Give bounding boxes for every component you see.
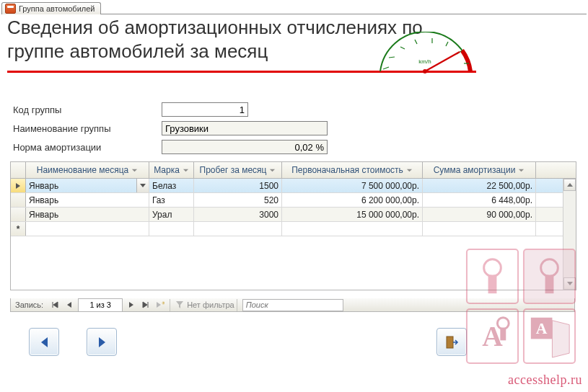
svg-text:A: A (482, 321, 503, 352)
svg-text:✳: ✳ (162, 301, 164, 306)
cell-month[interactable]: Январь (26, 208, 149, 221)
cell-brand[interactable]: Газ (149, 193, 194, 207)
label-group-name: Наименование группы (13, 123, 150, 134)
table-row[interactable]: Январь Газ 520 6 200 000,00р. 6 448,00р. (11, 193, 576, 208)
vertical-scrollbar[interactable] (563, 179, 576, 290)
separator (170, 299, 170, 311)
tab-label: Группа автомобилей (19, 4, 95, 13)
dropdown-icon (183, 167, 189, 174)
door-exit-icon (444, 335, 459, 349)
chevron-down-icon (140, 184, 146, 187)
svg-point-21 (497, 318, 509, 329)
title-underline (7, 71, 476, 73)
field-row-group-name: Наименование группы (13, 121, 328, 135)
cell-month[interactable] (26, 222, 149, 236)
cell-month[interactable]: Январь (26, 179, 149, 192)
svg-line-0 (383, 67, 389, 69)
col-header-mileage[interactable]: Пробег за месяц (194, 162, 282, 178)
form-next-button[interactable] (87, 328, 117, 356)
filter-icon (175, 300, 184, 309)
cell-empty (536, 222, 559, 236)
cell-brand[interactable] (149, 222, 194, 236)
label-amort-rate: Норма амортизации (13, 142, 150, 153)
dropdown-icon (269, 167, 276, 174)
col-header-cost[interactable]: Первоначальная стоимость (282, 162, 423, 178)
page-title-block: Сведения об амортизационных отчислениях … (7, 16, 476, 63)
recnav-search-input[interactable] (242, 299, 343, 311)
cell-cost[interactable]: 15 000 000,00р. (282, 208, 423, 221)
chevron-up-icon (567, 183, 573, 187)
separator (237, 299, 237, 311)
scroll-down-button[interactable] (563, 277, 576, 290)
svg-rect-23 (524, 309, 575, 363)
svg-rect-22 (500, 328, 506, 341)
current-record-icon (15, 182, 21, 190)
recnav-label: Запись: (11, 300, 48, 309)
page-title: Сведения об амортизационных отчислениях … (7, 16, 476, 63)
cell-mileage[interactable]: 520 (194, 193, 282, 207)
svg-rect-24 (531, 318, 553, 339)
dropdown-icon (131, 167, 138, 174)
recnav-filter-label[interactable]: Нет фильтра (187, 300, 234, 309)
cell-mileage[interactable]: 1500 (194, 179, 282, 192)
cell-cost[interactable] (282, 222, 423, 236)
recnav-prev-button[interactable] (62, 298, 76, 312)
col-header-month[interactable]: Наименование месяца (26, 162, 149, 178)
cell-empty (536, 193, 559, 207)
row-selector[interactable] (11, 193, 26, 207)
input-amort-rate[interactable] (162, 140, 328, 154)
col-header-amort[interactable]: Сумма амортизации (423, 162, 536, 178)
field-row-amort-rate: Норма амортизации (13, 140, 328, 154)
input-group-code[interactable] (162, 102, 248, 117)
record-navigator: Запись: ✳ Нет фильтра (10, 298, 575, 312)
svg-rect-19 (467, 309, 518, 363)
form-close-button[interactable] (436, 328, 467, 356)
table-row[interactable]: Январь Белаз 1500 7 500 000,00р. 22 500,… (11, 179, 576, 193)
row-selector[interactable] (11, 208, 26, 221)
table-row-new[interactable] (11, 222, 576, 236)
label-group-code: Код группы (13, 104, 150, 115)
cell-cost[interactable]: 6 200 000,00р. (282, 193, 423, 207)
recnav-position-input[interactable] (78, 298, 123, 312)
col-header-brand[interactable]: Марка (149, 162, 194, 178)
cell-amort[interactable]: 22 500,00р. (423, 179, 536, 192)
watermark-text: accesshelp.ru (508, 373, 582, 388)
cell-mileage[interactable] (194, 222, 282, 236)
input-group-name[interactable] (162, 121, 328, 135)
datasheet: Наименование месяца Марка Пробег за меся… (10, 161, 576, 290)
cell-month[interactable]: Январь (26, 193, 149, 207)
recnav-last-button[interactable] (139, 298, 153, 312)
table-row[interactable]: Январь Урал 3000 15 000 000,00р. 90 000,… (11, 208, 576, 222)
cell-amort[interactable]: 6 448,00р. (423, 193, 536, 207)
form-icon (5, 4, 16, 14)
col-header-add[interactable] (536, 162, 559, 178)
cell-empty (536, 179, 559, 192)
scroll-up-button[interactable] (563, 179, 576, 191)
datasheet-body: Январь Белаз 1500 7 500 000,00р. 22 500,… (11, 179, 576, 290)
recnav-next-button[interactable] (124, 298, 139, 312)
cell-amort[interactable] (423, 222, 536, 236)
row-selector[interactable] (11, 179, 26, 192)
row-selector-new[interactable] (11, 222, 26, 236)
chevron-down-icon (567, 282, 573, 285)
form-prev-button[interactable] (29, 328, 59, 356)
select-all-cell[interactable] (11, 162, 26, 178)
field-row-group-code: Код группы (13, 102, 248, 117)
cell-mileage[interactable]: 3000 (194, 208, 282, 221)
cell-empty (536, 208, 559, 221)
svg-rect-12 (447, 337, 453, 348)
triangle-left-icon (41, 337, 48, 347)
tab-group-cars[interactable]: Группа автомобилей (1, 2, 101, 14)
recnav-new-button[interactable]: ✳ (153, 298, 167, 312)
dropdown-icon (518, 167, 525, 174)
tab-strip: Группа автомобилей (1, 1, 101, 14)
combo-dropdown-button[interactable] (136, 179, 149, 192)
cell-amort[interactable]: 90 000,00р. (423, 208, 536, 221)
svg-text:A: A (536, 320, 548, 337)
triangle-right-icon (99, 337, 105, 347)
cell-brand[interactable]: Урал (149, 208, 194, 221)
cell-cost[interactable]: 7 500 000,00р. (282, 179, 423, 192)
recnav-first-button[interactable] (48, 298, 62, 312)
dropdown-icon (406, 167, 413, 174)
cell-brand[interactable]: Белаз (149, 179, 194, 192)
